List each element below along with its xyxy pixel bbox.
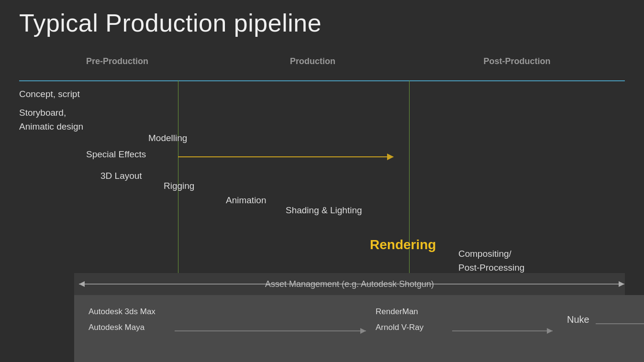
animation: Animation bbox=[226, 195, 266, 206]
svg-marker-6 bbox=[547, 328, 553, 334]
header-divider bbox=[19, 80, 625, 81]
tools-bar: Autodesk 3ds Max Autodesk Maya RenderMan… bbox=[74, 295, 644, 362]
nuke-arrow bbox=[596, 319, 644, 329]
production-label: Production bbox=[197, 56, 428, 66]
layout-3d: 3D Layout bbox=[100, 171, 142, 181]
special-effects-arrow bbox=[178, 156, 393, 157]
nuke: Nuke bbox=[567, 314, 589, 325]
svg-marker-1 bbox=[79, 281, 85, 287]
autodesk-3ds: Autodesk 3ds Max bbox=[89, 307, 155, 317]
animatic: Animatic design bbox=[19, 121, 83, 132]
asset-management-text: Asset Management (e.g. Autodesk Shotgun) bbox=[265, 279, 434, 289]
concept-script: Concept, script bbox=[19, 89, 80, 99]
svg-marker-2 bbox=[619, 281, 624, 287]
maya-arrow-svg bbox=[175, 326, 376, 336]
arnold-nuke-arrow bbox=[452, 326, 562, 336]
pre-production-label: Pre-Production bbox=[38, 56, 196, 66]
storyboard: Storyboard, bbox=[19, 108, 66, 118]
svg-marker-4 bbox=[360, 328, 366, 334]
special-effects: Special Effects bbox=[86, 149, 146, 160]
post-processing: Post-Processing bbox=[458, 263, 524, 273]
page-title: Typical Production pipeline bbox=[19, 9, 322, 37]
post-production-label: Post-Production bbox=[428, 56, 606, 66]
arnold-vray: Arnold V-Ray bbox=[376, 323, 423, 332]
vline-post-prod bbox=[409, 80, 410, 295]
autodesk-maya: Autodesk Maya bbox=[89, 323, 144, 332]
asset-management-bar: Asset Management (e.g. Autodesk Shotgun) bbox=[74, 273, 625, 295]
main-container: Typical Production pipeline Pre-Producti… bbox=[0, 0, 644, 362]
compositing: Compositing/ bbox=[458, 249, 511, 259]
shading-lighting: Shading & Lighting bbox=[286, 205, 362, 216]
renderman: RenderMan bbox=[376, 307, 418, 317]
rendering-label: Rendering bbox=[370, 237, 436, 252]
rigging: Rigging bbox=[164, 181, 194, 191]
modelling: Modelling bbox=[148, 133, 187, 143]
